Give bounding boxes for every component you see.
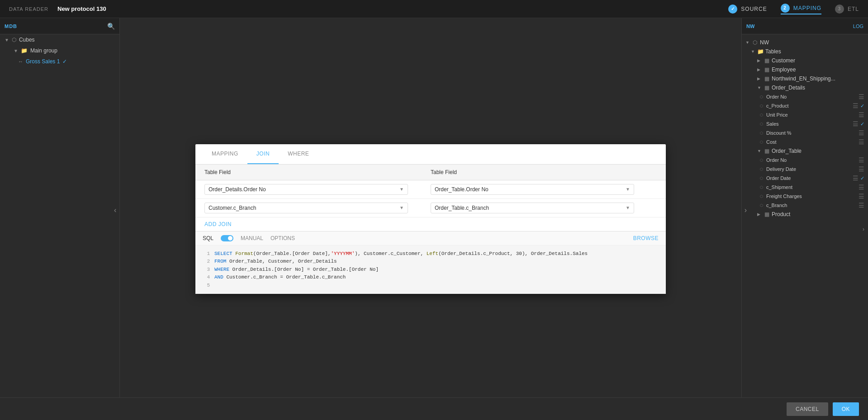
join-col1-header: Table Field: [204, 169, 431, 175]
nw-icon: ⬡: [752, 39, 758, 46]
main-group-arrow: ▼: [14, 48, 18, 53]
tab-where[interactable]: WHERE: [279, 144, 318, 164]
join-row1-field1-arrow: ▼: [399, 187, 404, 192]
tab-mapping[interactable]: MAPPING: [203, 144, 247, 164]
tab-join[interactable]: JOIN: [247, 144, 279, 164]
rt-item-product[interactable]: ▶ ▦ Product: [742, 210, 868, 219]
step-etl-label: ETL: [848, 6, 859, 12]
field-menu-delivery-date[interactable]: ☰: [859, 165, 864, 173]
field-label-cost: Cost: [766, 139, 857, 145]
field-menu-unit-price[interactable]: ☰: [859, 111, 864, 118]
rt-field-cost: ⬡ Cost ☰: [742, 137, 868, 146]
sql-tab-manual[interactable]: MANUAL: [241, 235, 263, 241]
sql-tab-options[interactable]: OPTIONS: [270, 235, 295, 241]
tables-arrow: ▼: [751, 49, 755, 54]
dialog: MAPPING JOIN WHERE Table Field Table Fie…: [195, 144, 666, 294]
field-check-sales: ✓: [860, 121, 864, 127]
customer-table-icon: ▦: [764, 57, 770, 64]
sidebar-item-main-group[interactable]: ▼ 📁 Main group: [0, 45, 119, 56]
field-menu-ot-order-no[interactable]: ☰: [859, 156, 864, 164]
log-label: LOG: [853, 24, 863, 29]
sql-line-2: 2 FROM Order_Table, Customer, Order_Deta…: [203, 258, 659, 266]
field-dot-ot4: ⬡: [760, 185, 764, 189]
field-dot-ot5: ⬡: [760, 194, 764, 198]
order-table-icon: ▦: [764, 148, 770, 154]
join-row2-field2-arrow: ▼: [626, 205, 630, 210]
step-source-label: SOURCE: [741, 6, 767, 12]
rt-item-order-table[interactable]: ▼ ▦ Order_Table: [742, 146, 868, 156]
sql-line-5: 5: [203, 282, 659, 290]
sql-toggle[interactable]: [221, 235, 233, 241]
join-row1-field2-arrow: ▼: [626, 187, 630, 192]
main-area: MAPPING JOIN WHERE Table Field Table Fie…: [120, 18, 741, 420]
sql-num-2: 2: [203, 258, 210, 266]
field-menu-order-no[interactable]: ☰: [859, 93, 864, 100]
step-mapping-label: MAPPING: [793, 5, 821, 11]
field-label-discount: Discount %: [766, 130, 857, 136]
employee-arrow: ▶: [757, 67, 762, 72]
rt-field-c-product: ⬡ c_Product ☰ ✓: [742, 101, 868, 110]
sidebar-item-cubes[interactable]: ▼ ⬡ Cubes: [0, 34, 119, 45]
field-menu-discount[interactable]: ☰: [859, 129, 864, 137]
left-sidebar-collapse[interactable]: ‹: [114, 206, 116, 214]
step-source-circle: ✓: [728, 5, 737, 14]
sql-line-3: 3 WHERE Order_Details.[Order No] = Order…: [203, 266, 659, 274]
nw-arrow: ▼: [745, 40, 750, 45]
step-source[interactable]: ✓ SOURCE: [728, 5, 767, 14]
toggle-track[interactable]: [221, 235, 233, 241]
join-row1-field1-text: Order_Details.Order No: [209, 186, 266, 193]
right-sidebar-expand[interactable]: ›: [745, 206, 747, 214]
field-menu-cost[interactable]: ☰: [859, 138, 864, 146]
header-right: ✓ SOURCE 2 MAPPING 3 ETL: [728, 4, 859, 14]
join-row2-field1-arrow: ▼: [399, 205, 404, 210]
rt-item-nw[interactable]: ▼ ⬡ NW: [742, 38, 868, 47]
rt-item-order-details[interactable]: ▼ ▦ Order_Details: [742, 83, 868, 92]
order-details-table-icon: ▦: [764, 85, 770, 91]
field-label-order-no: Order No: [766, 94, 857, 99]
join-row1-field1[interactable]: Order_Details.Order No ▼: [204, 184, 408, 195]
field-dot-5: ⬡: [760, 131, 764, 135]
search-icon[interactable]: 🔍: [107, 23, 115, 30]
join-row2-field2[interactable]: Order_Table.c_Branch ▼: [431, 203, 634, 213]
sql-editor: 1 SELECT Format(Order_Table.[Order Date]…: [195, 245, 666, 294]
field-dot-ot6: ⬡: [760, 203, 764, 208]
field-menu-sales[interactable]: ☰: [853, 120, 859, 127]
field-menu-freight[interactable]: ☰: [859, 193, 864, 200]
order-table-arrow: ▼: [757, 149, 762, 153]
sql-line-4: 4 AND Customer.c_Branch = Order_Table.c_…: [203, 274, 659, 282]
browse-button[interactable]: BROWSE: [633, 235, 659, 241]
join-row2-field1[interactable]: Customer.c_Branch ▼: [204, 203, 408, 213]
field-label-c-shipment: c_Shipment: [766, 184, 857, 190]
field-check-c-product: ✓: [860, 103, 864, 109]
sidebar-item-gross-sales[interactable]: ↔ Gross Sales 1 ✓: [0, 56, 119, 67]
join-row1-field2-text: Order_Table.Order No: [435, 186, 489, 193]
step-etl[interactable]: 3 ETL: [835, 5, 859, 14]
cancel-button[interactable]: CANCEL: [787, 402, 828, 416]
order-details-label: Order_Details: [772, 85, 864, 91]
join-row-2: Customer.c_Branch ▼ Order_Table.c_Branch…: [195, 199, 666, 217]
join-row1-field2[interactable]: Order_Table.Order No ▼: [431, 184, 634, 195]
rt-item-employee[interactable]: ▶ ▦ Employee: [742, 65, 868, 74]
field-dot-ot1: ⬡: [760, 158, 764, 162]
customer-arrow: ▶: [757, 58, 762, 63]
rt-item-customer[interactable]: ▶ ▦ Customer: [742, 56, 868, 65]
right-expand-arrow[interactable]: ›: [863, 226, 864, 232]
rt-item-northwind[interactable]: ▶ ▦ Northwind_EN_Shipping...: [742, 74, 868, 83]
ok-button[interactable]: OK: [833, 402, 859, 416]
field-menu-c-shipment[interactable]: ☰: [859, 184, 864, 191]
rt-item-tables[interactable]: ▼ 📁 Tables: [742, 47, 868, 56]
rt-field-freight: ⬡ Freight Charges ☰: [742, 192, 868, 201]
field-menu-c-branch[interactable]: ☰: [859, 202, 864, 209]
left-sidebar: MDB 🔍 ▼ ⬡ Cubes ▼ 📁 Main group ↔ Gross S…: [0, 18, 120, 420]
rt-field-unit-price: ⬡ Unit Price ☰: [742, 110, 868, 119]
sql-num-4: 4: [203, 274, 210, 282]
add-join-button[interactable]: ADD JOIN: [195, 217, 241, 231]
field-dot-ot2: ⬡: [760, 167, 764, 171]
rt-field-order-date: ⬡ Order Date ☰ ✓: [742, 174, 868, 183]
field-menu-order-date[interactable]: ☰: [853, 175, 859, 182]
step-mapping[interactable]: 2 MAPPING: [781, 4, 821, 14]
join-header: Table Field Table Field: [195, 165, 666, 180]
sql-tab-sql[interactable]: SQL: [203, 235, 213, 241]
field-menu-c-product[interactable]: ☰: [853, 102, 859, 109]
order-details-arrow: ▼: [757, 85, 762, 90]
